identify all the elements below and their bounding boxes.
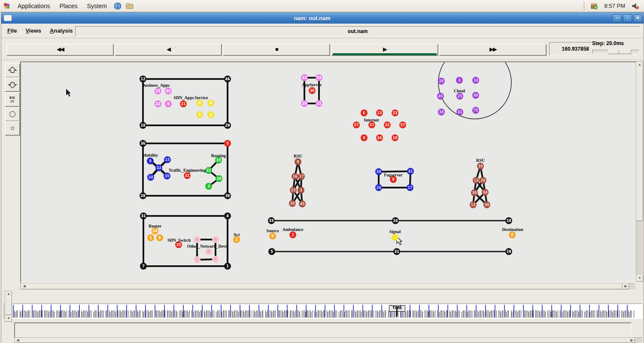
node-blue-24[interactable]: 24: [375, 184, 382, 191]
node-red-5[interactable]: 5: [224, 140, 231, 147]
node-violet-23[interactable]: 23: [155, 88, 161, 94]
titlebar[interactable]: nam: out.nam – ▫ ✕: [1, 12, 644, 24]
node-blue-41[interactable]: 41: [407, 168, 414, 175]
node-brown-30[interactable]: 30: [483, 201, 490, 208]
node-orange-0[interactable]: 0: [509, 231, 516, 238]
node-green-3[interactable]: 3: [205, 183, 212, 190]
node-pink-9[interactable]: 9: [212, 236, 219, 243]
node-red-2[interactable]: 2: [289, 231, 296, 238]
stop-button[interactable]: ■: [223, 44, 330, 56]
node-orange-1[interactable]: 1: [147, 234, 154, 241]
file-manager-icon[interactable]: [125, 2, 134, 10]
node-orange-8[interactable]: 8: [156, 234, 163, 241]
large-node-tool-button[interactable]: [5, 107, 20, 121]
node-violet-9[interactable]: 9: [165, 100, 172, 107]
panel-scroll-up-arrow[interactable]: ▲: [5, 291, 12, 297]
menu-analysis[interactable]: Analysis: [50, 24, 73, 38]
distro-logo-icon[interactable]: [3, 2, 11, 10]
panel-scroll-left-arrow[interactable]: ◀: [15, 338, 21, 343]
updates-package-icon[interactable]: [590, 2, 598, 10]
node-red-21[interactable]: 21: [180, 100, 187, 107]
node-blue-15[interactable]: 15: [164, 156, 171, 163]
node-orange-24[interactable]: 24: [152, 228, 158, 234]
node-violet-22[interactable]: 22: [155, 100, 161, 107]
zoom-in-button[interactable]: [5, 63, 20, 78]
node-black-18[interactable]: 18: [505, 217, 512, 224]
canvas-vscroll-thumb[interactable]: [636, 68, 643, 221]
node-blue-17[interactable]: 17: [407, 184, 413, 191]
node-green-24[interactable]: 24: [216, 175, 222, 182]
node-orange-2[interactable]: 2: [233, 236, 240, 243]
node-yellow-4[interactable]: 4: [196, 111, 203, 118]
node-red-57[interactable]: 57: [353, 121, 360, 128]
node-black-7[interactable]: 7: [140, 263, 147, 270]
node-brown-3[interactable]: 3: [298, 187, 304, 194]
node-pink-6[interactable]: 6: [194, 236, 200, 243]
node-blue-29[interactable]: 29: [375, 168, 382, 175]
node-pink-0[interactable]: 0: [205, 248, 212, 255]
node-yellow[interactable]: [392, 234, 398, 241]
node-yellow-8[interactable]: 8: [196, 100, 203, 106]
node-black-5[interactable]: 5: [268, 248, 275, 255]
scroll-up-arrow[interactable]: ▲: [636, 62, 643, 68]
edit-button[interactable]: ED IT: [5, 92, 20, 107]
node-black-28[interactable]: 28: [140, 192, 146, 199]
node-purple-3[interactable]: 3: [456, 77, 463, 84]
node-red-19[interactable]: 19: [392, 134, 398, 141]
node-yellow-0[interactable]: 0: [207, 100, 214, 106]
node-black-12[interactable]: 12: [140, 76, 146, 82]
node-brown-17[interactable]: 17: [298, 173, 305, 180]
menu-views[interactable]: Views: [25, 24, 41, 38]
fast-forward-button[interactable]: ▶▶: [439, 44, 547, 56]
node-violet-21[interactable]: 21: [316, 100, 322, 107]
node-brown-35[interactable]: 35: [289, 200, 296, 207]
node-brown-34[interactable]: 34: [482, 189, 489, 196]
close-button[interactable]: ✕: [633, 14, 642, 22]
canvas-hscroll-thumb[interactable]: [27, 283, 623, 289]
node-black-4[interactable]: 4: [224, 212, 231, 219]
minimize-button[interactable]: –: [613, 14, 622, 22]
node-brown-10[interactable]: 10: [477, 163, 484, 170]
node-purple-25[interactable]: 25: [456, 93, 463, 100]
back-play-button[interactable]: ◀: [115, 44, 222, 56]
node-violet-32[interactable]: 32: [301, 74, 308, 81]
zoom-out-button[interactable]: [5, 77, 20, 92]
small-node-tool-button[interactable]: [5, 121, 20, 136]
node-blue-34[interactable]: 34: [147, 174, 154, 181]
topology-canvas[interactable]: 1246182923452292180463233202130613235737…: [20, 61, 637, 283]
node-black-33[interactable]: 33: [268, 217, 275, 224]
desktop-menu-system[interactable]: System: [87, 3, 107, 9]
node-black-36[interactable]: 36: [140, 140, 146, 147]
node-black-38[interactable]: 38: [224, 192, 231, 199]
node-violet-45[interactable]: 45: [165, 88, 172, 94]
panel-scroll-right-arrow[interactable]: ▶: [629, 338, 635, 343]
node-brown-12[interactable]: 12: [470, 201, 477, 208]
panel-vscroll-thumb[interactable]: [5, 297, 12, 315]
node-red-37[interactable]: 37: [368, 121, 375, 128]
node-blue-35[interactable]: 35: [164, 173, 170, 179]
scroll-left-arrow[interactable]: ◀: [21, 283, 27, 289]
node-red-32[interactable]: 32: [384, 121, 391, 128]
clock[interactable]: 8:57 PM: [605, 3, 625, 9]
panel-grip[interactable]: [583, 2, 585, 10]
node-violet-20[interactable]: 20: [301, 100, 308, 107]
step-slider[interactable]: [592, 50, 639, 54]
node-black-1[interactable]: 1: [224, 263, 231, 270]
web-browser-icon[interactable]: [113, 2, 122, 10]
desktop-menu-places[interactable]: Places: [60, 3, 78, 9]
node-purple-48[interactable]: 48: [472, 92, 479, 99]
node-brown-16[interactable]: 16: [292, 173, 298, 180]
node-black-18[interactable]: 18: [140, 122, 146, 129]
node-brown-26[interactable]: 26: [480, 177, 486, 184]
node-red-13[interactable]: 13: [376, 109, 383, 116]
node-violet-33[interactable]: 33: [316, 74, 322, 81]
node-black-31[interactable]: 31: [140, 212, 147, 219]
volume-muted-icon[interactable]: [631, 2, 640, 10]
panel-hscroll-thumb[interactable]: [21, 338, 629, 343]
desktop-menu-applications[interactable]: Applications: [18, 3, 50, 9]
node-black-19[interactable]: 19: [505, 248, 512, 255]
rewind-button[interactable]: ◀◀: [6, 44, 114, 56]
scroll-down-arrow[interactable]: ▼: [636, 275, 643, 282]
node-pink-7[interactable]: 7: [212, 256, 219, 263]
node-brown-30[interactable]: 30: [471, 189, 478, 196]
